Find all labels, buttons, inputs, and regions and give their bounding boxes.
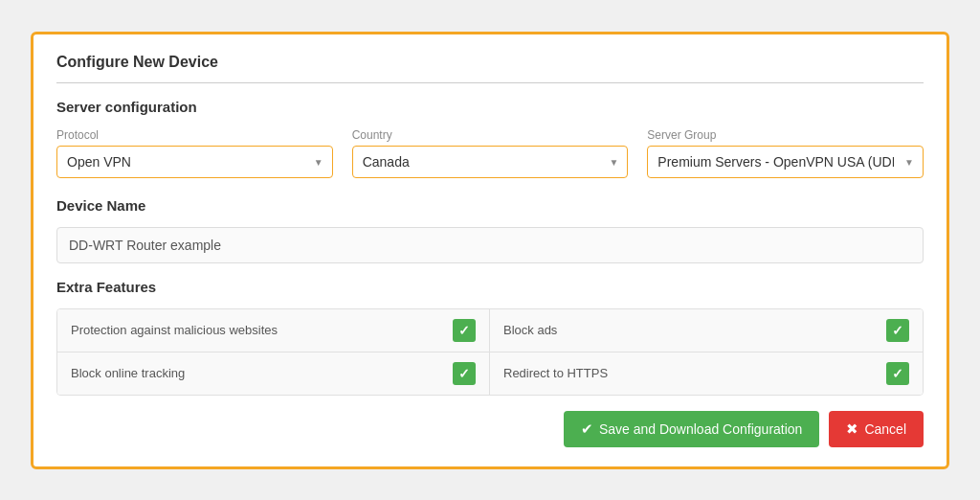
country-field: Country Canada United States United King… xyxy=(352,128,629,178)
dialog-title: Configure New Device xyxy=(56,54,924,71)
feature-checkbox-protection[interactable] xyxy=(453,319,476,342)
server-config-row: Protocol Open VPN IKEv2 WireGuard Countr… xyxy=(56,128,924,178)
save-icon: ✔ xyxy=(581,420,593,438)
feature-label-tracking: Block online tracking xyxy=(71,366,185,380)
country-label: Country xyxy=(352,128,629,142)
feature-label-protection: Protection against malicious websites xyxy=(71,323,278,337)
save-button-label: Save and Download Configuration xyxy=(599,421,802,437)
device-name-section: Device Name xyxy=(56,197,924,263)
cancel-icon: ✖ xyxy=(846,420,858,438)
device-name-input[interactable] xyxy=(56,227,924,263)
feature-label-block-ads: Block ads xyxy=(503,323,557,337)
cancel-button-label: Cancel xyxy=(864,421,906,437)
protocol-select-wrapper: Open VPN IKEv2 WireGuard xyxy=(56,146,333,178)
feature-label-https: Redirect to HTTPS xyxy=(503,366,608,380)
feature-checkbox-tracking[interactable] xyxy=(453,362,476,385)
server-group-field: Server Group Premium Servers - OpenVPN U… xyxy=(647,128,924,178)
server-group-select[interactable]: Premium Servers - OpenVPN USA (UDP) Stan… xyxy=(647,146,924,178)
extra-features-section: Extra Features Protection against malici… xyxy=(56,279,924,396)
cancel-button[interactable]: ✖ Cancel xyxy=(829,411,924,447)
feature-row-protection: Protection against malicious websites xyxy=(57,309,490,352)
country-select-wrapper: Canada United States United Kingdom Germ… xyxy=(352,146,629,178)
country-select[interactable]: Canada United States United Kingdom Germ… xyxy=(352,146,629,178)
protocol-field: Protocol Open VPN IKEv2 WireGuard xyxy=(56,128,333,178)
feature-checkbox-block-ads[interactable] xyxy=(886,319,909,342)
dialog-container: Configure New Device Server configuratio… xyxy=(31,32,949,469)
extra-features-section-title: Extra Features xyxy=(56,279,924,295)
server-group-label: Server Group xyxy=(647,128,924,142)
feature-row-tracking: Block online tracking xyxy=(57,352,490,395)
features-grid: Protection against malicious websites Bl… xyxy=(56,308,924,396)
protocol-label: Protocol xyxy=(56,128,333,142)
footer-buttons: ✔ Save and Download Configuration ✖ Canc… xyxy=(56,411,924,447)
feature-row-block-ads: Block ads xyxy=(490,309,923,352)
divider xyxy=(56,82,924,83)
feature-checkbox-https[interactable] xyxy=(886,362,909,385)
save-button[interactable]: ✔ Save and Download Configuration xyxy=(564,411,819,447)
protocol-select[interactable]: Open VPN IKEv2 WireGuard xyxy=(56,146,333,178)
device-name-section-title: Device Name xyxy=(56,197,924,214)
feature-row-https: Redirect to HTTPS xyxy=(490,352,923,395)
server-config-section-title: Server configuration xyxy=(56,99,924,115)
server-group-select-wrapper: Premium Servers - OpenVPN USA (UDP) Stan… xyxy=(647,146,924,178)
